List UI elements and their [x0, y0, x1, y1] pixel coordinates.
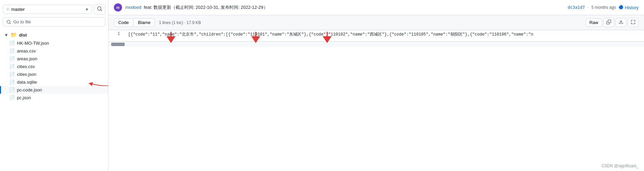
tab-blame[interactable]: Blame: [134, 18, 155, 27]
file-icon: 📄: [9, 64, 15, 69]
go-to-file-button[interactable]: Go to file: [3, 17, 105, 26]
tab-code[interactable]: Code: [114, 18, 133, 27]
history-button[interactable]: History: [619, 5, 639, 10]
file-label: HK-MO-TW.json: [17, 41, 49, 46]
file-label: cities.json: [17, 72, 36, 77]
sidebar: ⑂ master ▾ Go to file ▼: [0, 0, 108, 171]
list-item[interactable]: 📄 cities.json: [0, 70, 108, 78]
download-icon: [619, 20, 623, 24]
list-item[interactable]: 📄 pc.json: [0, 94, 108, 102]
branch-button[interactable]: ⑂ master ▾: [3, 5, 92, 14]
history-label: History: [625, 5, 639, 10]
file-icon: 📄: [9, 72, 15, 77]
file-label: cities.csv: [17, 64, 35, 69]
file-icon: 📄: [9, 80, 15, 85]
file-tree: ▼ 📁 dist 📄 HK-MO-TW.json 📄 areas.csv 📄 a…: [0, 29, 108, 171]
code-table: 1 [{"code":"11","name":"北京市","children":…: [108, 30, 644, 39]
branch-icon: ⑂: [6, 7, 9, 12]
line-code: [{"code":"11","name":"北京市","children":[{…: [125, 30, 644, 39]
table-row: 1 [{"code":"11","name":"北京市","children":…: [108, 30, 644, 39]
file-icon: 📄: [9, 48, 15, 54]
expand-button[interactable]: [628, 18, 639, 27]
search-icon: [97, 6, 102, 12]
list-item[interactable]: 📄 data.sqlite: [0, 78, 108, 86]
list-item-active[interactable]: 📄 pc-code.json: [0, 86, 108, 94]
folder-expand-icon: ▼: [4, 33, 8, 38]
code-area[interactable]: 1 [{"code":"11","name":"北京市","children":…: [108, 30, 644, 171]
scroll-indicator[interactable]: [108, 41, 644, 47]
raw-button[interactable]: Raw: [586, 18, 602, 27]
commit-meta: dc3a1d7 · 5 months ago History: [568, 5, 639, 10]
commit-time: 5 months ago: [591, 5, 616, 10]
download-button[interactable]: [616, 18, 626, 27]
list-item[interactable]: 📄 areas.csv: [0, 47, 108, 55]
commit-text: feat: 数据更新（截止时间: 2022-10-31, 发布时间: 2022-…: [144, 5, 268, 10]
horizontal-scrollbar[interactable]: [111, 43, 125, 46]
list-item[interactable]: 📄 areas.json: [0, 55, 108, 63]
file-label: pc.json: [17, 95, 31, 100]
expand-icon: [631, 20, 636, 24]
branch-selector: ⑂ master ▾: [3, 4, 105, 15]
branch-label: master: [11, 7, 25, 12]
commit-separator: ·: [587, 5, 588, 10]
search-button[interactable]: [94, 4, 105, 15]
chevron-down-icon: ▾: [86, 7, 88, 12]
file-label: areas.json: [17, 56, 37, 61]
folder-label: dist: [19, 33, 27, 38]
file-toolbar: Code Blame 1 lines (1 loc) · 17.9 KB Raw: [108, 15, 644, 30]
commit-message: modood feat: 数据更新（截止时间: 2022-10-31, 发布时间…: [125, 4, 564, 10]
folder-dist[interactable]: ▼ 📁 dist: [0, 30, 108, 39]
file-icon: 📄: [9, 87, 15, 92]
list-item[interactable]: 📄 cities.csv: [0, 63, 108, 70]
main-content: m modood feat: 数据更新（截止时间: 2022-10-31, 发布…: [108, 0, 644, 171]
file-info: 1 lines (1 loc) · 17.9 KB: [159, 20, 201, 25]
list-item[interactable]: 📄 HK-MO-TW.json: [0, 39, 108, 47]
copy-button[interactable]: [603, 18, 614, 27]
commit-hash[interactable]: dc3a1d7: [568, 5, 585, 10]
file-icon: 📄: [9, 41, 15, 46]
commit-bar: m modood feat: 数据更新（截止时间: 2022-10-31, 发布…: [108, 0, 644, 15]
go-to-file-label: Go to file: [13, 19, 31, 24]
history-icon: [619, 5, 624, 10]
folder-icon: 📁: [11, 32, 17, 38]
sidebar-header: ⑂ master ▾ Go to file: [0, 3, 108, 29]
copy-icon: [606, 20, 611, 24]
search-small-icon: [6, 20, 11, 24]
file-label: data.sqlite: [17, 80, 37, 85]
watermark: CSDN @significant_: [601, 164, 639, 168]
file-icon: 📄: [9, 95, 15, 100]
commit-author-link[interactable]: modood: [125, 5, 141, 10]
file-label: areas.csv: [17, 48, 36, 54]
avatar: m: [114, 3, 122, 12]
file-label: pc-code.json: [17, 87, 42, 92]
toolbar-actions: Raw: [586, 18, 639, 27]
line-number: 1: [108, 30, 125, 39]
file-icon: 📄: [9, 56, 15, 61]
